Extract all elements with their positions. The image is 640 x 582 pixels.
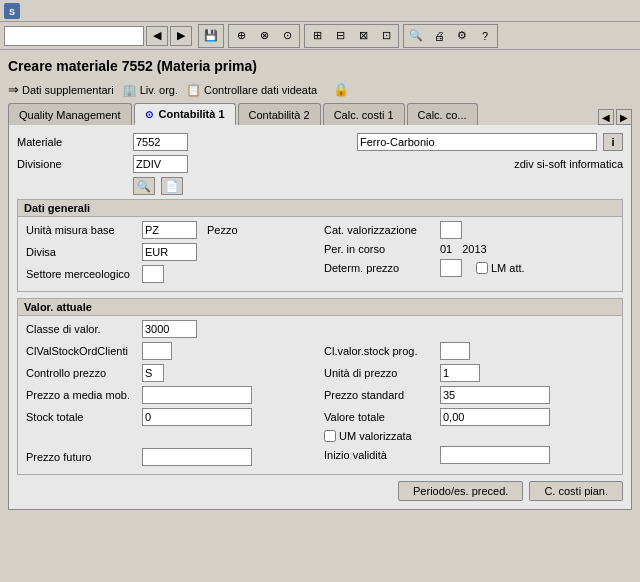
print-btn[interactable]: 🖨 — [428, 26, 450, 46]
ccosti-btn[interactable]: C. costi pian. — [529, 481, 623, 501]
org-icon: 🏢 — [122, 83, 137, 97]
determ-prezzo-input[interactable] — [440, 259, 462, 277]
menu1-btn[interactable]: ⊞ — [306, 26, 328, 46]
tab-quality[interactable]: Quality Management — [8, 103, 132, 125]
spacer1 — [324, 320, 614, 342]
tab-calccosti2-label: Calc. co... — [418, 109, 467, 121]
tab-contabilita2[interactable]: Contabilità 2 — [238, 103, 321, 125]
command-input[interactable] — [4, 26, 144, 46]
search-icon-btn[interactable]: 🔍 — [133, 177, 155, 195]
um-valorizzata-checkbox-container: UM valorizzata — [324, 430, 412, 442]
um-valorizzata-label: UM valorizzata — [339, 430, 412, 442]
um-valorizzata-checkbox[interactable] — [324, 430, 336, 442]
back-btn[interactable]: ⊙ — [276, 26, 298, 46]
inizio-validita-row: Inizio validità — [324, 446, 614, 464]
um-valorizzata-row — [142, 430, 316, 444]
unita-misura-input[interactable] — [142, 221, 197, 239]
prezzo-media-row: Prezzo a media mob. — [26, 386, 316, 404]
stock-totale-row: Stock totale — [26, 408, 316, 426]
prezzo-futuro-label: Prezzo futuro — [26, 451, 136, 463]
dati-generali-cols: Unità misura base Pezzo Divisa Settore m… — [26, 221, 614, 287]
cat-valorizzazione-input[interactable] — [440, 221, 462, 239]
valore-totale-input[interactable] — [440, 408, 550, 426]
window-title: Creare materiale 7552 (Materia prima) — [8, 56, 632, 76]
dati-supplementari-btn[interactable]: ⇒ Dati supplementari — [8, 82, 114, 97]
tabs-bar: Quality Management ⊙ Contabilità 1 Conta… — [8, 103, 632, 125]
tab-prev-btn[interactable]: ◀ — [598, 109, 614, 125]
tab-calccosti1-label: Calc. costi 1 — [334, 109, 394, 121]
nav-fwd-btn[interactable]: ▶ — [170, 26, 192, 46]
classe-valor-row: Classe di valor. — [26, 320, 316, 338]
cat-valorizzazione-label: Cat. valorizzazione — [324, 224, 434, 236]
tab-calccosti1[interactable]: Calc. costi 1 — [323, 103, 405, 125]
sub-toolbar: ⇒ Dati supplementari 🏢 Liv. org. 📋 Contr… — [8, 82, 632, 97]
divisa-input[interactable] — [142, 243, 197, 261]
nav-back-btn[interactable]: ◀ — [146, 26, 168, 46]
classe-valor-label: Classe di valor. — [26, 323, 136, 335]
controllo-prezzo-input[interactable] — [142, 364, 164, 382]
find-btn[interactable]: 🔍 — [405, 26, 427, 46]
stop-btn[interactable]: ⊗ — [253, 26, 275, 46]
dati-generali-section: Dati generali Unità misura base Pezzo Di… — [17, 199, 623, 292]
divisa-row: Divisa — [26, 243, 316, 261]
icon-row: 🔍 📄 — [17, 177, 623, 195]
clval-label: ClValStockOrdClienti — [26, 345, 136, 357]
valor-attuale-left: Classe di valor. ClValStockOrdClienti Co… — [26, 320, 316, 470]
main-window: Creare materiale 7552 (Materia prima) ⇒ … — [0, 50, 640, 516]
stock-totale-input[interactable] — [142, 408, 252, 426]
per-in-corso-year: 2013 — [462, 243, 486, 255]
menu2-btn[interactable]: ⊟ — [329, 26, 351, 46]
liv-org-btn[interactable]: 🏢 Liv. org. — [122, 83, 178, 97]
tab-nav-buttons: ◀ ▶ — [598, 109, 632, 125]
settore-input[interactable] — [142, 265, 164, 283]
material-name-input[interactable] — [357, 133, 597, 151]
tab-next-btn[interactable]: ▶ — [616, 109, 632, 125]
stock-totale-label: Stock totale — [26, 411, 136, 423]
prezzo-futuro-input[interactable] — [142, 448, 252, 466]
divisa-label: Divisa — [26, 246, 136, 258]
clval-row: ClValStockOrdClienti — [26, 342, 316, 360]
lm-att-checkbox[interactable] — [476, 262, 488, 274]
copy-icon-btn[interactable]: 📄 — [161, 177, 183, 195]
materiale-input[interactable] — [133, 133, 188, 151]
menu4-btn[interactable]: ⊡ — [375, 26, 397, 46]
help-btn[interactable]: ? — [474, 26, 496, 46]
periodo-btn[interactable]: Periodo/es. preced. — [398, 481, 523, 501]
menu3-btn[interactable]: ⊠ — [352, 26, 374, 46]
classe-valor-input[interactable] — [142, 320, 197, 338]
settore-label: Settore merceologico — [26, 268, 136, 280]
tab-calccosti2[interactable]: Calc. co... — [407, 103, 478, 125]
dati-generali-left: Unità misura base Pezzo Divisa Settore m… — [26, 221, 316, 287]
lm-att-label: LM att. — [491, 262, 525, 274]
tab-quality-label: Quality Management — [19, 109, 121, 121]
valor-attuale-right: Cl.valor.stock prog. Unità di prezzo Pre… — [324, 320, 614, 470]
lock-icon: 🔒 — [333, 82, 349, 97]
inizio-validita-label: Inizio validità — [324, 449, 434, 461]
dati-supplementari-label: Dati supplementari — [22, 84, 114, 96]
determ-prezzo-label: Determ. prezzo — [324, 262, 434, 274]
info-btn[interactable]: i — [603, 133, 623, 151]
settore-row: Settore merceologico — [26, 265, 316, 283]
prezzo-standard-input[interactable] — [440, 386, 550, 404]
lm-att-checkbox-container: LM att. — [476, 262, 525, 274]
valore-totale-label: Valore totale — [324, 411, 434, 423]
dati-generali-right: Cat. valorizzazione Per. in corso 01 201… — [324, 221, 614, 287]
refresh-btn[interactable]: ⊕ — [230, 26, 252, 46]
clvalor-prog-row: Cl.valor.stock prog. — [324, 342, 614, 360]
inizio-validita-input[interactable] — [440, 446, 550, 464]
tab-contabilita2-label: Contabilità 2 — [249, 109, 310, 121]
clvalor-prog-input[interactable] — [440, 342, 470, 360]
um-valorizzata-check-row: UM valorizzata — [324, 430, 614, 442]
per-in-corso-label: Per. in corso — [324, 243, 434, 255]
settings-btn[interactable]: ⚙ — [451, 26, 473, 46]
tab-contabilita1[interactable]: ⊙ Contabilità 1 — [134, 103, 236, 125]
valore-totale-row: Valore totale — [324, 408, 614, 426]
controllo-prezzo-row: Controllo prezzo — [26, 364, 316, 382]
valor-attuale-section: Valor. attuale Classe di valor. ClValSto… — [17, 298, 623, 475]
controllare-btn[interactable]: 📋 Controllare dati videata — [186, 83, 317, 97]
clval-input[interactable] — [142, 342, 172, 360]
prezzo-media-input[interactable] — [142, 386, 252, 404]
save-btn[interactable]: 💾 — [200, 26, 222, 46]
unita-prezzo-input[interactable] — [440, 364, 480, 382]
divisione-input[interactable] — [133, 155, 188, 173]
